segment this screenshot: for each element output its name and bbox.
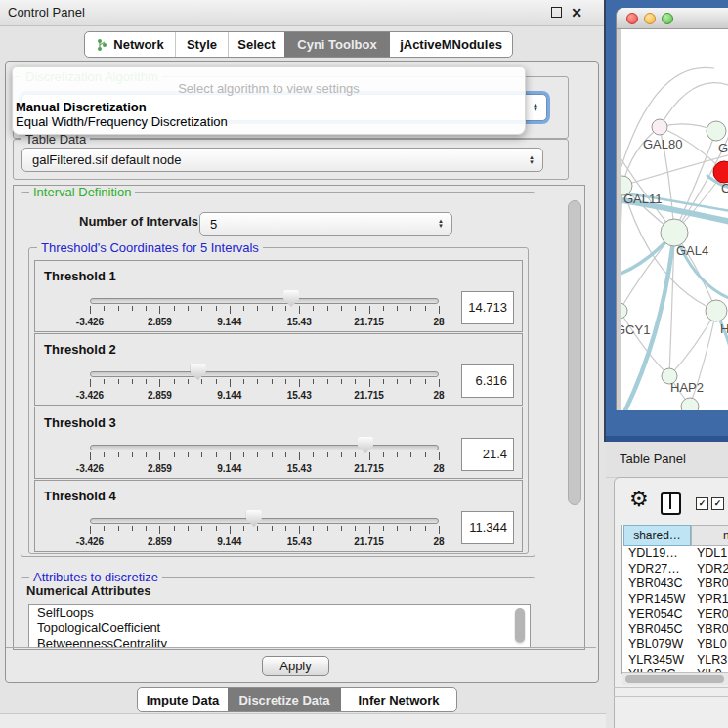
major-tick	[299, 526, 300, 534]
minor-tick	[188, 379, 189, 384]
threshold-label: Threshold 4	[44, 489, 116, 503]
network-node-h[interactable]	[706, 300, 727, 321]
tab-cyni-toolbox[interactable]: Cyni Toolbox	[284, 32, 389, 57]
network-node-gal80[interactable]	[652, 119, 667, 135]
cell-shared-name: YLR345W	[628, 653, 684, 668]
minor-tick	[257, 526, 258, 531]
threshold-panel-2: Threshold 2-3.4262.8599.14415.4321.71528…	[34, 333, 523, 406]
numerical-attributes-list[interactable]: SelfLoopsTopologicalCoefficientBetweenne…	[28, 604, 531, 647]
table-row[interactable]: YPR145WYPR1	[623, 592, 728, 608]
list-item[interactable]: TopologicalCoefficient	[29, 621, 530, 636]
tab-network[interactable]: Network	[85, 32, 175, 57]
settings-scroll-content: Interval Definition Number of Intervals …	[14, 186, 564, 647]
minor-tick	[216, 526, 217, 531]
dropdown-item-equal-width-frequency[interactable]: Equal Width/Frequency Discretization	[16, 114, 228, 129]
slider-thumb[interactable]	[246, 510, 262, 527]
table-row[interactable]: YDR27…YDR2	[623, 562, 728, 578]
network-node[interactable]	[681, 398, 699, 410]
table-data-combobox[interactable]: galFiltered.sif default node ▲▼	[21, 148, 543, 172]
table-row[interactable]: YER054CYER0	[623, 607, 728, 622]
slider-thumb[interactable]	[283, 290, 299, 307]
close-traffic-light-icon[interactable]	[626, 13, 638, 24]
scrollbar-thumb[interactable]	[568, 200, 581, 505]
tab-select[interactable]: Select	[228, 32, 284, 57]
network-node-label: C	[721, 181, 728, 195]
major-tick	[369, 306, 370, 314]
dropdown-item-manual-discretization[interactable]: Manual Discretization	[16, 100, 147, 114]
major-tick	[90, 452, 91, 460]
attributes-list-scrollbar[interactable]	[514, 608, 526, 645]
tab-impute-data[interactable]: Impute Data	[138, 688, 228, 711]
minor-tick	[383, 526, 384, 531]
network-view-canvas[interactable]: GAL80GCGAL11GAL4GCY1HHAP2	[621, 29, 728, 410]
checkbox-icon[interactable]: ✓	[711, 497, 724, 510]
minor-tick	[410, 526, 411, 531]
threshold-value-field[interactable]: 6.316	[461, 364, 514, 398]
slider-thumb[interactable]	[191, 364, 206, 380]
network-node-g[interactable]	[707, 121, 726, 141]
settings-vertical-scrollbar[interactable]	[565, 187, 582, 646]
cell-shared-name: YBR045C	[628, 622, 683, 638]
minor-tick	[383, 306, 384, 311]
attributes-to-discretize-title: Attributes to discretize	[29, 570, 162, 584]
apply-button[interactable]: Apply	[262, 656, 329, 676]
table-row[interactable]: YBL079WYBL0	[623, 637, 728, 653]
minor-tick	[425, 526, 426, 531]
minor-tick	[104, 379, 105, 384]
minor-tick	[285, 379, 286, 384]
tick-label: 21.715	[354, 390, 384, 401]
threshold-value-field[interactable]: 14.713	[461, 291, 514, 324]
table-column-header-name[interactable]: n	[691, 525, 728, 546]
tab-discretize-data[interactable]: Discretize Data	[228, 688, 340, 711]
slider-track[interactable]	[90, 518, 439, 524]
float-window-icon[interactable]	[549, 6, 563, 20]
slider-thumb[interactable]	[358, 437, 373, 453]
list-item[interactable]: BetweennessCentrality	[29, 636, 530, 647]
network-window-titlebar[interactable]	[617, 8, 728, 29]
minor-tick	[355, 306, 356, 311]
scrollbar-thumb[interactable]	[625, 675, 724, 683]
network-edge[interactable]	[622, 127, 660, 186]
minor-tick	[146, 452, 147, 457]
network-node-gal4[interactable]	[661, 219, 688, 246]
minimize-traffic-light-icon[interactable]	[644, 13, 656, 24]
number-of-intervals-combobox[interactable]: 5 ▲▼	[199, 212, 452, 236]
slider-track[interactable]	[90, 298, 439, 304]
tab-jactivemnodules[interactable]: jActiveMNodules	[389, 32, 512, 57]
minor-tick	[383, 379, 384, 384]
list-item[interactable]: SelfLoops	[29, 605, 530, 621]
slider-track[interactable]	[90, 371, 439, 377]
table-row[interactable]: YBR045CYBR0	[623, 622, 728, 638]
table-row[interactable]: YBR043CYBR0	[623, 577, 728, 592]
minor-tick	[327, 306, 328, 311]
checkbox-icon[interactable]: ✓	[696, 497, 708, 510]
minor-tick	[188, 452, 189, 457]
threshold-panel-4: Threshold 4-3.4262.8599.14415.4321.71528…	[34, 480, 523, 552]
table-horizontal-scrollbar[interactable]	[622, 672, 728, 685]
cell-shared-name: YPR145W	[628, 592, 685, 608]
tab-style[interactable]: Style	[175, 32, 228, 57]
major-tick	[159, 452, 160, 460]
tick-label: 28	[433, 390, 444, 401]
major-tick	[230, 452, 231, 460]
zoom-traffic-light-icon[interactable]	[662, 13, 673, 24]
table-column-header-shared[interactable]: shared…	[623, 525, 691, 546]
divider	[614, 687, 728, 688]
minor-tick	[201, 379, 202, 384]
minor-tick	[355, 526, 356, 531]
columns-icon[interactable]	[661, 492, 681, 515]
slider-track[interactable]	[90, 445, 439, 450]
gear-icon[interactable]: ⚙	[629, 487, 649, 512]
threshold-value-field[interactable]: 21.4	[461, 438, 514, 471]
network-node-gcy1[interactable]	[621, 303, 627, 319]
table-row[interactable]: YDL19…YDL1	[623, 546, 728, 562]
tab-infer-network[interactable]: Infer Network	[340, 688, 456, 711]
network-edge[interactable]	[660, 83, 728, 127]
cell-name: YER0	[697, 607, 728, 622]
close-icon[interactable]: ✕	[570, 6, 583, 20]
tab-label: Network	[113, 37, 163, 52]
table-row[interactable]: YLR345WYLR3	[623, 653, 728, 668]
minor-tick	[327, 379, 328, 384]
network-edge[interactable]	[621, 186, 622, 311]
threshold-value-field[interactable]: 11.344	[461, 511, 514, 544]
